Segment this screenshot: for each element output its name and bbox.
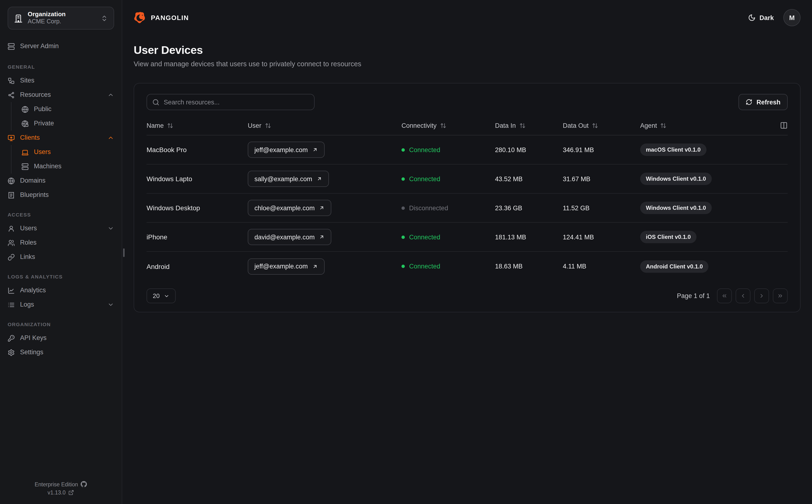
last-page-button[interactable] <box>773 288 788 303</box>
user-link-button[interactable]: sally@example.com <box>248 171 329 187</box>
laptop-icon <box>21 149 29 156</box>
section-organization: ORGANIZATION <box>8 321 114 327</box>
sidebar-item-client-users[interactable]: Users <box>21 145 114 159</box>
sidebar-item-logs[interactable]: Logs <box>8 298 114 312</box>
org-selector-label: Organization <box>28 10 66 18</box>
sort-icon <box>592 122 598 129</box>
sort-icon <box>265 122 271 129</box>
org-selector-value: ACME Corp. <box>28 18 66 26</box>
refresh-button[interactable]: Refresh <box>738 94 788 110</box>
header-data-in[interactable]: Data In <box>495 122 563 129</box>
pangolin-logo-icon <box>134 11 146 24</box>
sidebar-item-machines[interactable]: Machines <box>21 159 114 174</box>
table-footer: 20 Page 1 of 1 <box>146 288 788 303</box>
section-general: GENERAL <box>8 64 114 70</box>
search-input[interactable] <box>164 98 309 106</box>
clients-subitems: Users Machines <box>11 145 114 174</box>
sidebar-item-blueprints[interactable]: Blueprints <box>8 188 114 202</box>
theme-label: Dark <box>760 14 774 21</box>
sidebar-item-access-users[interactable]: Users <box>8 221 114 236</box>
previous-page-button[interactable] <box>736 288 750 303</box>
data-out-value: 31.67 MB <box>563 175 640 182</box>
table-row: iPhone david@example.com Connected 181.1… <box>146 223 788 252</box>
page-title: User Devices <box>134 44 801 57</box>
arrow-up-right-icon <box>312 147 318 153</box>
user-link-button[interactable]: chloe@example.com <box>248 200 332 216</box>
sidebar-item-server-admin[interactable]: Server Admin <box>8 39 114 53</box>
sidebar-item-clients[interactable]: Clients <box>8 131 114 145</box>
next-page-button[interactable] <box>754 288 769 303</box>
search-box <box>146 94 315 110</box>
connectivity-status: Connected <box>401 233 495 241</box>
column-visibility-button[interactable] <box>780 122 788 129</box>
data-in-value: 280.10 MB <box>495 146 563 153</box>
user-link-button[interactable]: david@example.com <box>248 229 332 245</box>
data-out-value: 11.52 GB <box>563 204 640 211</box>
sidebar-item-settings[interactable]: Settings <box>8 345 114 360</box>
header-connectivity[interactable]: Connectivity <box>401 122 495 129</box>
status-dot <box>401 235 405 239</box>
resources-subitems: Public Private <box>11 102 114 131</box>
sites-icon <box>8 77 15 84</box>
users-icon <box>8 239 15 246</box>
header-name[interactable]: Name <box>146 122 248 129</box>
header-data-out[interactable]: Data Out <box>563 122 640 129</box>
external-link-icon[interactable] <box>68 490 74 495</box>
sidebar-item-public[interactable]: Public <box>21 102 114 116</box>
devices-card: Refresh Name User Connectivity <box>134 83 801 312</box>
sidebar-item-domains[interactable]: Domains <box>8 174 114 188</box>
arrow-up-right-icon <box>317 176 322 182</box>
sort-icon <box>167 122 173 129</box>
devices-table: Name User Connectivity Data In <box>146 122 788 281</box>
table-row: MacBook Pro jeff@example.com Connected 2… <box>146 135 788 165</box>
header-user[interactable]: User <box>248 122 401 129</box>
brand-name: PANGOLIN <box>151 14 189 21</box>
table-row: Windows Lapto sally@example.com Connecte… <box>146 165 788 194</box>
building-icon <box>14 14 23 23</box>
github-icon[interactable] <box>81 481 87 487</box>
brand[interactable]: PANGOLIN <box>134 11 189 24</box>
list-icon <box>8 301 15 308</box>
sort-icon <box>661 122 667 129</box>
receipt-text-icon <box>8 191 15 199</box>
sidebar-item-api-keys[interactable]: API Keys <box>8 331 114 345</box>
avatar[interactable]: M <box>783 9 801 26</box>
search-icon <box>152 98 159 106</box>
sidebar-item-links[interactable]: Links <box>8 250 114 264</box>
sidebar-item-private[interactable]: Private <box>21 116 114 131</box>
first-page-button[interactable] <box>717 288 732 303</box>
page-size-select[interactable]: 20 <box>146 288 176 303</box>
app-window: Organization ACME Corp. Server Admin GEN… <box>0 0 812 504</box>
agent-badge: macOS Client v0.1.0 <box>640 144 706 156</box>
sidebar-item-sites[interactable]: Sites <box>8 73 114 88</box>
data-in-value: 18.63 MB <box>495 263 563 270</box>
chart-line-icon <box>8 287 15 294</box>
card-toolbar: Refresh <box>146 94 788 110</box>
version-label: v1.13.0 <box>47 490 65 495</box>
chevron-down-icon <box>164 293 170 299</box>
device-name: MacBook Pro <box>146 146 248 154</box>
link-icon <box>8 253 15 261</box>
device-name: iPhone <box>146 233 248 241</box>
chevron-down-icon <box>107 225 114 232</box>
org-selector[interactable]: Organization ACME Corp. <box>8 7 114 30</box>
connectivity-status: Connected <box>401 146 495 153</box>
user-link-button[interactable]: jeff@example.com <box>248 142 325 158</box>
agent-badge: iOS Client v0.1.0 <box>640 231 697 243</box>
header-agent[interactable]: Agent <box>640 122 769 129</box>
sidebar-item-analytics[interactable]: Analytics <box>8 283 114 298</box>
scrollbar-thumb[interactable] <box>123 248 124 257</box>
gear-icon <box>8 349 15 356</box>
chevron-up-icon <box>107 92 114 98</box>
server-icon <box>8 43 15 50</box>
page-indicator: Page 1 of 1 <box>677 292 710 299</box>
top-bar-actions: Dark M <box>748 9 801 26</box>
theme-toggle[interactable]: Dark <box>748 14 774 21</box>
sidebar-nav: Server Admin GENERAL Sites Resources Pub… <box>8 39 114 360</box>
arrow-up-right-icon <box>319 205 325 211</box>
globe-icon <box>8 177 15 184</box>
user-link-button[interactable]: jeff@example.com <box>248 258 325 274</box>
data-out-value: 346.91 MB <box>563 146 640 153</box>
sidebar-item-roles[interactable]: Roles <box>8 236 114 250</box>
sidebar-item-resources[interactable]: Resources <box>8 88 114 102</box>
